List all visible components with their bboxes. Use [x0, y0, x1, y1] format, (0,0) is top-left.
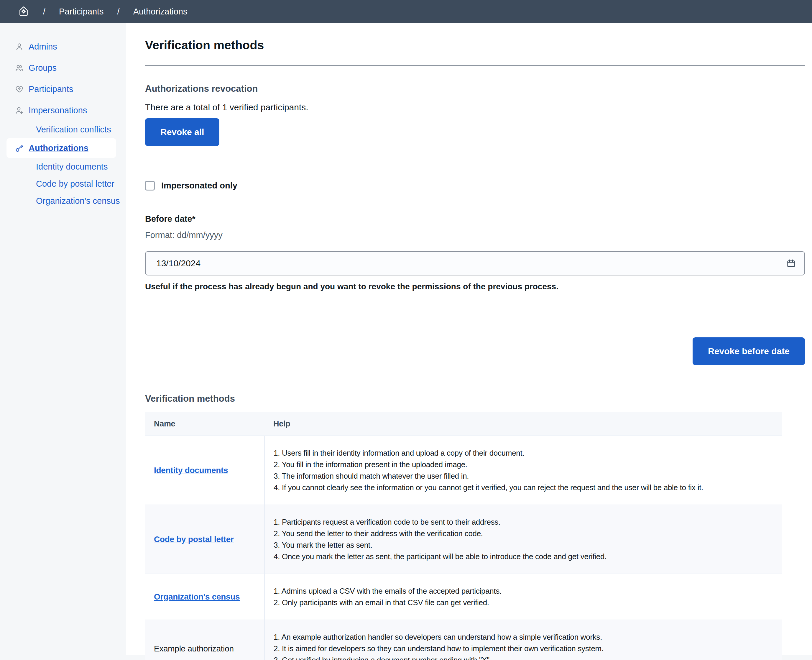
table-header-row: Name Help — [145, 412, 782, 436]
method-name-cell: Organization's census — [145, 574, 265, 620]
breadcrumb-participants[interactable]: Participants — [59, 7, 104, 16]
sidebar-item-label: Participants — [29, 84, 73, 94]
help-list-item: 2. Only participants with an email in th… — [274, 598, 773, 607]
method-link-identity-documents[interactable]: Identity documents — [154, 466, 228, 475]
sidebar-item-label: Code by postal letter — [36, 179, 114, 189]
table-row-code-by-postal-letter: Code by postal letter1. Participants req… — [145, 505, 782, 574]
help-list-item: 4. If you cannot clearly see the informa… — [274, 483, 773, 492]
column-header-help: Help — [265, 412, 782, 436]
sidebar-item-label: Groups — [29, 63, 57, 73]
sidebar-item-verification-conflicts[interactable]: Verification conflicts — [0, 121, 126, 138]
table-row-example-authorization: Example authorization1. An example autho… — [145, 620, 782, 660]
revoke-all-button[interactable]: Revoke all — [145, 118, 219, 146]
sidebar-item-groups[interactable]: Groups — [0, 57, 126, 78]
before-date-help-text: Useful if the process has already begun … — [145, 282, 805, 291]
group-icon — [15, 63, 24, 73]
revocation-heading: Authorizations revocation — [145, 84, 805, 94]
table-row-organization-s-census: Organization's census1. Admins upload a … — [145, 574, 782, 620]
revoke-before-date-button[interactable]: Revoke before date — [693, 337, 805, 365]
help-list-item: 3. You mark the letter as sent. — [274, 541, 773, 550]
sidebar-item-label: Impersonations — [29, 106, 87, 115]
impersonated-only-checkbox[interactable] — [145, 181, 155, 190]
page-title: Verification methods — [145, 38, 805, 52]
main-content: Verification methods Authorizations revo… — [126, 23, 812, 655]
key-icon — [15, 144, 24, 153]
verification-methods-table: Name Help Identity documents1. Users fil… — [145, 412, 782, 660]
home-icon — [18, 5, 30, 18]
sidebar-item-organization-s-census[interactable]: Organization's census — [0, 192, 126, 209]
before-date-label: Before date* — [145, 214, 805, 224]
hand-heart-icon — [15, 85, 24, 94]
sidebar-item-identity-documents[interactable]: Identity documents — [0, 158, 126, 175]
method-name-text: Example authorization — [154, 644, 234, 653]
method-name-cell: Code by postal letter — [145, 505, 265, 574]
section-divider — [145, 309, 805, 310]
breadcrumb-separator: / — [43, 7, 45, 16]
help-list-item: 2. You send the letter to their address … — [274, 529, 773, 538]
help-list-item: 1. Users fill in their identity informat… — [274, 449, 773, 458]
sidebar-item-impersonations[interactable]: Impersonations — [0, 100, 126, 121]
page-layout: AdminsGroupsParticipantsImpersonationsVe… — [0, 23, 812, 655]
title-divider — [145, 65, 805, 66]
help-list-item: 1. Participants request a verification c… — [274, 517, 773, 527]
date-format-hint: Format: dd/mm/yyyy — [145, 230, 805, 240]
home-breadcrumb-link[interactable] — [18, 5, 30, 18]
method-help-cell: 1. Admins upload a CSV with the emails o… — [265, 574, 782, 620]
user-icon — [15, 42, 24, 51]
help-list-item: 1. Admins upload a CSV with the emails o… — [274, 587, 773, 596]
before-date-field — [145, 251, 805, 275]
methods-heading: Verification methods — [145, 393, 805, 404]
table-row-identity-documents: Identity documents1. Users fill in their… — [145, 436, 782, 505]
help-list-item: 2. You fill in the information present i… — [274, 460, 773, 469]
method-help-cell: 1. Participants request a verification c… — [265, 505, 782, 574]
sidebar-item-label: Identity documents — [36, 162, 108, 171]
help-list-item: 2. It is aimed for developers so they ca… — [274, 644, 773, 653]
impersonated-only-label: Impersonated only — [161, 181, 237, 190]
sidebar-item-participants[interactable]: Participants — [0, 78, 126, 100]
verified-participants-summary: There are a total of 1 verified particip… — [145, 102, 805, 113]
method-help-cell: 1. An example authorization handler so d… — [265, 620, 782, 660]
user-add-icon — [15, 106, 24, 115]
method-link-organization-s-census[interactable]: Organization's census — [154, 592, 240, 601]
calendar-icon[interactable] — [786, 259, 796, 268]
breadcrumb-authorizations[interactable]: Authorizations — [133, 7, 187, 16]
sidebar-item-label: Authorizations — [29, 143, 89, 153]
sidebar-item-label: Organization's census — [36, 196, 120, 206]
sidebar-item-label: Admins — [29, 42, 57, 52]
sidebar-item-admins[interactable]: Admins — [0, 36, 126, 57]
method-name-cell: Identity documents — [145, 436, 265, 505]
help-list-item: 3. The information should match whatever… — [274, 471, 773, 481]
sidebar-item-label: Verification conflicts — [36, 125, 111, 135]
before-date-input[interactable] — [145, 251, 805, 275]
breadcrumb-separator: / — [117, 7, 120, 16]
revoke-before-date-row: Revoke before date — [145, 337, 805, 365]
sidebar: AdminsGroupsParticipantsImpersonationsVe… — [0, 23, 126, 655]
breadcrumb: / Participants / Authorizations — [0, 0, 812, 23]
method-link-code-by-postal-letter[interactable]: Code by postal letter — [154, 535, 234, 544]
help-list-item: 4. Once you mark the letter as sent, the… — [274, 552, 773, 561]
sidebar-item-code-by-postal-letter[interactable]: Code by postal letter — [0, 175, 126, 192]
method-name-cell: Example authorization — [145, 620, 265, 660]
method-help-cell: 1. Users fill in their identity informat… — [265, 436, 782, 505]
impersonated-only-row: Impersonated only — [145, 181, 805, 190]
help-list-item: 3. Get verified by introducing a documen… — [274, 655, 773, 660]
help-list-item: 1. An example authorization handler so d… — [274, 633, 773, 642]
sidebar-item-authorizations[interactable]: Authorizations — [6, 138, 116, 158]
column-header-name: Name — [145, 412, 265, 436]
